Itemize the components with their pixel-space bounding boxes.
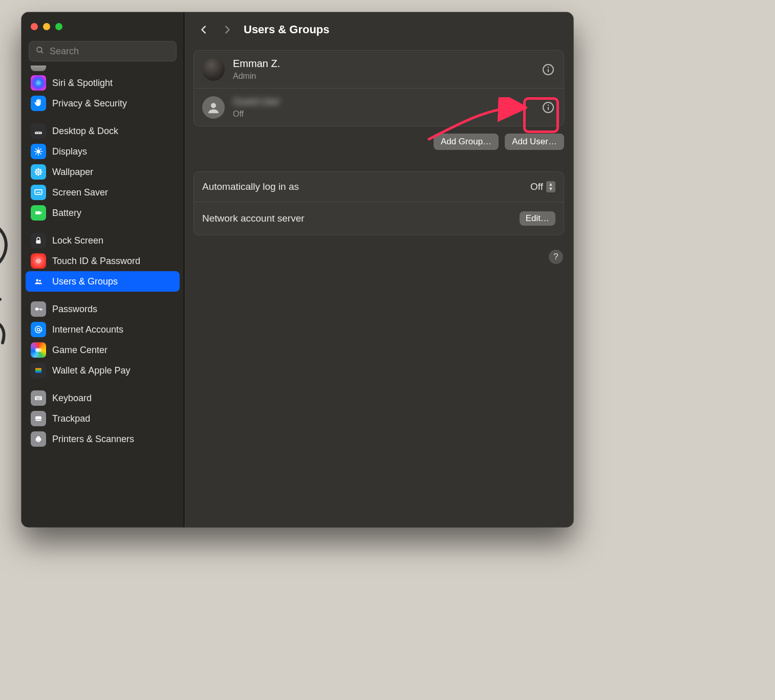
svg-point-30: [39, 280, 41, 282]
sidebar-item-users-groups[interactable]: Users & Groups: [26, 271, 180, 292]
wallet-icon: [31, 363, 46, 378]
svg-rect-27: [41, 212, 42, 214]
sidebar-item-desktop-dock[interactable]: Desktop & Dock: [26, 121, 180, 141]
svg-rect-39: [35, 370, 41, 371]
at-icon: [31, 322, 46, 337]
help-button[interactable]: ?: [549, 250, 563, 264]
auto-login-row: Automatically log in as Off ▲▼: [194, 172, 564, 202]
printer-icon: [31, 431, 46, 447]
sidebar-item-label: Siri & Spotlight: [52, 78, 113, 89]
sidebar-item-touch-id-password[interactable]: Touch ID & Password: [26, 251, 180, 271]
users-list-panel: Emman Z. Admin Guest User Off: [193, 50, 564, 126]
user-name: Emman Z.: [233, 58, 533, 70]
sidebar-item-label: Keyboard: [52, 393, 92, 404]
sidebar-item-label: Wallpaper: [52, 167, 93, 178]
svg-point-17: [37, 173, 39, 176]
svg-rect-47: [36, 399, 40, 400]
svg-rect-41: [35, 396, 42, 400]
sidebar-item-screen-saver[interactable]: Screen Saver: [26, 182, 180, 203]
edit-network-button[interactable]: Edit…: [520, 211, 555, 226]
svg-rect-51: [37, 436, 40, 438]
sidebar-item-printers-scanners[interactable]: Printers & Scanners: [26, 429, 180, 449]
svg-rect-24: [35, 190, 42, 194]
sidebar-item-siri-spotlight[interactable]: Siri & Spotlight: [26, 73, 180, 93]
screensaver-icon: [31, 185, 46, 200]
lock-icon: [31, 233, 46, 248]
minimize-window-button[interactable]: [43, 23, 50, 30]
svg-point-0: [37, 47, 42, 52]
dock-icon: [31, 123, 46, 139]
svg-rect-40: [35, 371, 41, 373]
sidebar-item-label: Users & Groups: [52, 276, 118, 287]
user-role: Admin: [233, 72, 533, 81]
svg-point-29: [36, 279, 39, 282]
sidebar-item-label: Lock Screen: [52, 235, 103, 246]
sidebar-item-label: Touch ID & Password: [52, 256, 140, 267]
chevron-up-down-icon: ▲▼: [546, 181, 555, 192]
svg-point-20: [35, 168, 38, 171]
sidebar-item-passwords[interactable]: Passwords: [26, 299, 180, 319]
add-group-button[interactable]: Add Group…: [434, 134, 499, 150]
users-icon: [31, 274, 46, 289]
svg-point-35: [37, 328, 39, 331]
user-info-button[interactable]: [541, 62, 555, 77]
auto-login-select[interactable]: Off ▲▼: [530, 181, 555, 192]
sidebar-item-displays[interactable]: Displays: [26, 141, 180, 162]
sidebar-item-game-center[interactable]: Game Center: [26, 340, 180, 360]
avatar[interactable]: [202, 96, 225, 119]
search-field[interactable]: [29, 41, 177, 61]
flower-icon: [31, 164, 46, 180]
users-actions: Add Group… Add User…: [184, 126, 573, 150]
page-title: Users & Groups: [244, 23, 330, 36]
keyboard-icon: [31, 390, 46, 406]
search-input[interactable]: [50, 46, 170, 57]
sidebar-nav[interactable]: Siri & Spotlight Privacy & Security Desk…: [21, 65, 184, 527]
svg-rect-46: [40, 397, 41, 398]
sidebar-item-trackpad[interactable]: Trackpad: [26, 408, 180, 429]
svg-point-22: [35, 172, 38, 176]
sidebar-item-privacy-security[interactable]: Privacy & Security: [26, 93, 180, 114]
network-account-row: Network account server Edit…: [194, 202, 564, 235]
login-settings-panel: Automatically log in as Off ▲▼ Network a…: [193, 171, 564, 235]
add-user-button[interactable]: Add User…: [505, 134, 564, 150]
sidebar-item-battery[interactable]: Battery: [26, 203, 180, 223]
svg-rect-32: [38, 309, 42, 310]
svg-rect-26: [35, 211, 41, 214]
setting-label: Network account server: [202, 213, 305, 224]
forward-button[interactable]: [220, 23, 234, 37]
svg-rect-4: [38, 133, 39, 134]
sidebar-item-label: Printers & Scanners: [52, 434, 134, 445]
sidebar-item-internet-accounts[interactable]: Internet Accounts: [26, 319, 180, 340]
battery-icon: [31, 205, 46, 221]
svg-rect-42: [36, 397, 37, 398]
svg-rect-52: [37, 440, 40, 443]
svg-line-11: [36, 149, 37, 150]
brightness-icon: [31, 144, 46, 159]
zoom-window-button[interactable]: [55, 23, 62, 30]
sidebar-item-wallet-apple-pay[interactable]: Wallet & Apple Pay: [26, 360, 180, 381]
sidebar: Siri & Spotlight Privacy & Security Desk…: [21, 12, 184, 527]
avatar[interactable]: [202, 58, 225, 81]
svg-point-55: [548, 67, 549, 68]
user-info-button[interactable]: [541, 100, 555, 115]
trackpad-icon: [31, 411, 46, 426]
svg-rect-44: [38, 397, 39, 398]
window-controls: [21, 12, 184, 41]
content-pane: Users & Groups Emman Z. Admin Guest User: [184, 12, 573, 527]
svg-point-56: [211, 103, 216, 108]
user-row[interactable]: Guest User Off: [194, 88, 564, 126]
user-row[interactable]: Emman Z. Admin: [194, 51, 564, 88]
back-button[interactable]: [197, 23, 211, 37]
svg-point-31: [35, 308, 38, 311]
svg-rect-5: [39, 133, 40, 134]
close-window-button[interactable]: [31, 23, 38, 30]
sidebar-item-keyboard[interactable]: Keyboard: [26, 388, 180, 408]
game-center-icon: [31, 342, 46, 358]
svg-line-13: [36, 154, 37, 155]
sidebar-item-label: Passwords: [52, 304, 97, 315]
svg-point-19: [40, 171, 42, 172]
sidebar-item-lock-screen[interactable]: Lock Screen: [26, 230, 180, 251]
sidebar-item-wallpaper[interactable]: Wallpaper: [26, 162, 180, 182]
sidebar-item-truncated[interactable]: [26, 65, 180, 73]
svg-point-59: [548, 104, 549, 105]
